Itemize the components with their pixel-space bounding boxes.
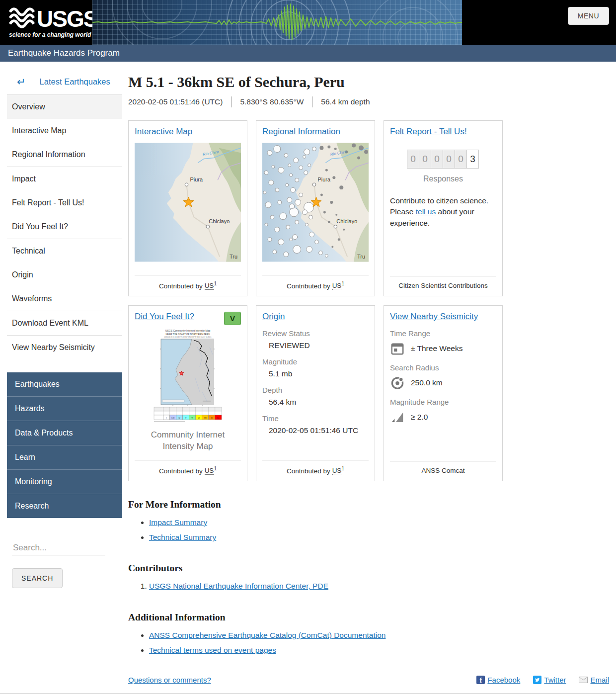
list-item: USGS National Earthquake Information Cen… — [149, 579, 609, 594]
dyfi-thumbnail-wrap: USGS Community Internet Intensity Map NE… — [135, 327, 241, 427]
interactive-map-link[interactable]: Interactive Map — [135, 127, 192, 136]
twitter-icon — [533, 676, 541, 684]
questions-or-comments-link[interactable]: Questions or comments? — [128, 676, 211, 684]
did-you-feel-it-link[interactable]: Did You Feel It? — [135, 312, 194, 321]
list-item: Impact Summary — [149, 515, 609, 530]
page: USGS science for a changing world MENU — [0, 0, 616, 700]
search-input[interactable] — [12, 541, 105, 555]
time-range-value: ± Three Weeks — [411, 344, 462, 353]
event-nav-group-1: Overview Interactive Map Regional Inform… — [7, 94, 122, 167]
sidebar-item-learn[interactable]: Learn — [7, 445, 122, 469]
map-label-piura: Piura — [190, 176, 203, 182]
view-nearby-seismicity-link[interactable]: View Nearby Seismicity — [390, 312, 478, 321]
subtitle-divider — [231, 96, 231, 107]
list-item: Technical terms used on event pages — [149, 643, 609, 658]
interactive-map-thumbnail[interactable]: Piura Chiclayo Tru Rio Chira — [135, 143, 241, 262]
sidebar-item-overview[interactable]: Overview — [7, 95, 122, 119]
depth-label: Depth — [262, 386, 369, 394]
page-title: M 5.1 - 36km SE of Sechura, Peru — [128, 74, 609, 90]
usgs-logo[interactable]: USGS science for a changing world — [0, 0, 92, 45]
attribution-source[interactable]: US — [205, 467, 214, 475]
sidebar-item-origin[interactable]: Origin — [7, 263, 122, 287]
did-you-feel-it-card: Did You Feel It? V USGS Community Intern… — [128, 305, 247, 481]
comcat-documentation-link[interactable]: ANSS Comprehensive Earthquake Catalog (C… — [149, 631, 385, 639]
email-link[interactable]: Email — [590, 676, 609, 684]
menu-button[interactable]: MENU — [568, 7, 609, 25]
tell-us-link[interactable]: tell us — [416, 207, 436, 216]
counter-digit: 0 — [419, 150, 431, 169]
time-range-label: Time Range — [390, 329, 496, 338]
counter-digit: 0 — [431, 150, 443, 169]
event-nav-group-4: Download Event KML — [7, 311, 122, 335]
sidebar-item-regional-information[interactable]: Regional Information — [7, 143, 122, 167]
sidebar-item-view-nearby-seismicity[interactable]: View Nearby Seismicity — [7, 336, 122, 359]
overview-cards: Interactive Map — [128, 120, 609, 481]
facebook-item: f Facebook — [476, 676, 520, 684]
sidebar-item-did-you-feel-it[interactable]: Did You Feel It? — [7, 215, 122, 239]
seismograph-waveform-icon — [92, 0, 462, 45]
attribution-sup: 1 — [214, 281, 217, 286]
sidebar-item-impact[interactable]: Impact — [7, 167, 122, 191]
svg-text:VI: VI — [192, 417, 193, 419]
event-subtitle: 2020-02-05 01:51:46 (UTC) 5.830°S 80.635… — [128, 96, 609, 107]
magnitude-icon — [390, 410, 405, 425]
usgs-logo-icon: USGS science for a changing world — [7, 4, 92, 41]
dyfi-thumbnail[interactable]: USGS Community Internet Intensity Map NE… — [150, 327, 226, 425]
sidebar: ↵ Latest Earthquakes Overview Interactiv… — [7, 71, 122, 684]
nearby-seismicity-card: View Nearby Seismicity Time Range ± Thre… — [384, 305, 503, 481]
attribution-source[interactable]: US — [332, 467, 342, 475]
sidebar-item-hazards[interactable]: Hazards — [7, 396, 122, 421]
content-layout: ↵ Latest Earthquakes Overview Interactiv… — [0, 62, 616, 684]
magnitude-range-label: Magnitude Range — [390, 398, 496, 406]
contributor-link[interactable]: USGS National Earthquake Information Cen… — [149, 582, 328, 590]
origin-attribution: Contributed by US1 — [262, 460, 369, 481]
felt-report-link[interactable]: Felt Report - Tell Us! — [390, 127, 467, 136]
magnitude-label: Magnitude — [262, 357, 369, 366]
felt-report-text: Contribute to citizen science. Please te… — [390, 195, 496, 229]
facebook-link[interactable]: Facebook — [487, 676, 520, 684]
intensity-badge[interactable]: V — [224, 312, 241, 325]
magnitude-range-value: ≥ 2.0 — [411, 413, 428, 422]
svg-text:II-III: II-III — [171, 417, 174, 419]
search-button[interactable]: SEARCH — [12, 568, 63, 588]
sidebar-item-technical[interactable]: Technical — [7, 239, 122, 263]
latest-earthquakes-link[interactable]: Latest Earthquakes — [40, 77, 110, 87]
sidebar-item-research[interactable]: Research — [7, 494, 122, 518]
svg-text:VIII: VIII — [204, 417, 207, 419]
sidebar-item-interactive-map[interactable]: Interactive Map — [7, 119, 122, 143]
sidebar-item-waveforms[interactable]: Waveforms — [7, 287, 122, 311]
sidebar-item-monitoring[interactable]: Monitoring — [7, 469, 122, 494]
counter-digit: 0 — [455, 150, 467, 169]
technical-terms-link[interactable]: Technical terms used on event pages — [149, 646, 276, 654]
attribution-prefix: Contributed by — [287, 282, 330, 289]
header-right: MENU — [462, 0, 616, 45]
twitter-link[interactable]: Twitter — [544, 676, 566, 684]
usgs-tagline: science for a changing world — [9, 31, 91, 38]
list-item: ANSS Comprehensive Earthquake Catalog (C… — [149, 628, 609, 643]
counter-digit: 0 — [407, 150, 419, 169]
technical-summary-link[interactable]: Technical Summary — [149, 533, 216, 541]
top-header: USGS science for a changing world MENU — [0, 0, 616, 45]
sidebar-item-felt-report[interactable]: Felt Report - Tell Us! — [7, 191, 122, 215]
list-item: Technical Summary — [149, 530, 609, 545]
map-label-trujillo: Tru — [357, 254, 365, 260]
time-value: 2020-02-05 01:51:46 UTC — [269, 426, 369, 435]
regional-information-link[interactable]: Regional Information — [262, 127, 340, 136]
back-to-latest-earthquakes[interactable]: ↵ Latest Earthquakes — [7, 71, 122, 94]
sidebar-item-download-event-kml[interactable]: Download Event KML — [7, 311, 122, 335]
dyfi-img-meta: 2020-02-05 01:51:46 UTC 5.830°S 80.635°W… — [164, 336, 212, 338]
program-bar[interactable]: Earthquake Hazards Program — [0, 45, 616, 62]
attribution-source[interactable]: US — [205, 282, 214, 290]
origin-card: Origin Review Status REVIEWED Magnitude … — [256, 305, 375, 481]
regional-information-thumbnail[interactable]: Piura Chiclayo Tru Rio Chira — [262, 143, 369, 262]
attribution-source[interactable]: US — [332, 282, 342, 290]
map-label-piura: Piura — [317, 176, 330, 182]
contributors-list: USGS National Earthquake Information Cen… — [128, 579, 609, 594]
social-links: f Facebook Twitter Emai — [476, 676, 609, 684]
review-status-label: Review Status — [262, 329, 369, 338]
impact-summary-link[interactable]: Impact Summary — [149, 518, 207, 526]
sidebar-item-data-products[interactable]: Data & Products — [7, 421, 122, 445]
origin-link[interactable]: Origin — [262, 312, 285, 321]
sidebar-item-earthquakes[interactable]: Earthquakes — [7, 372, 122, 396]
back-arrow-icon: ↵ — [17, 77, 26, 87]
